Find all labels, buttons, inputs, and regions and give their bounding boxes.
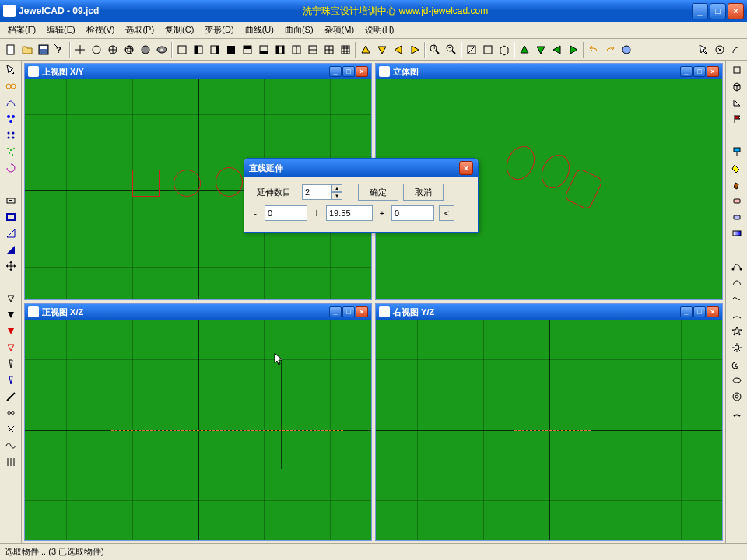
arc-tool-icon[interactable] bbox=[729, 307, 745, 323]
viewport-minimize-button[interactable]: _ bbox=[680, 306, 693, 317]
undo-icon[interactable] bbox=[586, 42, 601, 58]
drawer-tool-icon[interactable] bbox=[3, 193, 19, 208]
maximize-button[interactable]: □ bbox=[710, 3, 726, 19]
triangle-right-green-icon[interactable] bbox=[566, 42, 581, 58]
globe-icon[interactable] bbox=[121, 42, 137, 58]
viewport-maximize-button[interactable]: □ bbox=[342, 306, 355, 317]
square-empty-icon[interactable] bbox=[174, 42, 190, 58]
viewport-canvas[interactable] bbox=[376, 320, 722, 540]
plus-input[interactable] bbox=[391, 205, 434, 221]
spline-tool-icon[interactable] bbox=[729, 291, 745, 306]
triangle-tool-icon[interactable] bbox=[3, 226, 19, 241]
star-icon[interactable] bbox=[105, 42, 121, 58]
square-split-h-icon[interactable] bbox=[305, 42, 321, 58]
square-grid-icon[interactable] bbox=[321, 42, 337, 58]
triangle-left-yellow-icon[interactable] bbox=[391, 42, 406, 58]
infinity-tool-icon[interactable] bbox=[3, 405, 19, 421]
flag-tool-icon[interactable] bbox=[729, 111, 745, 127]
arrow-button[interactable]: < bbox=[439, 205, 454, 221]
view1-icon[interactable] bbox=[464, 42, 479, 58]
wedge-down-icon[interactable] bbox=[3, 291, 19, 306]
square-grid3-icon[interactable] bbox=[338, 42, 353, 58]
viewport-maximize-button[interactable]: □ bbox=[342, 66, 355, 77]
eraser-tool-icon[interactable] bbox=[729, 193, 745, 208]
cancel-button[interactable]: 取消 bbox=[403, 184, 444, 201]
paint-tool-icon[interactable] bbox=[729, 144, 745, 159]
length-input[interactable] bbox=[326, 205, 373, 221]
square-lr-icon[interactable] bbox=[272, 42, 288, 58]
render-icon[interactable] bbox=[619, 42, 634, 58]
square-split-v-icon[interactable] bbox=[289, 42, 304, 58]
triangle-down-yellow-icon[interactable] bbox=[374, 42, 390, 58]
eraser2-tool-icon[interactable] bbox=[729, 209, 745, 225]
donut-icon[interactable] bbox=[154, 42, 170, 58]
viewport-close-button[interactable]: × bbox=[356, 66, 368, 77]
extend-count-spinner[interactable]: ▲▼ bbox=[302, 184, 342, 200]
bezier-tool-icon[interactable] bbox=[729, 275, 745, 290]
swirl-tool-icon[interactable] bbox=[3, 160, 19, 176]
star-tool-icon[interactable] bbox=[729, 324, 745, 339]
menu-surface[interactable]: 曲面(S) bbox=[280, 23, 318, 37]
menu-file[interactable]: 档案(F) bbox=[3, 23, 40, 37]
close-button[interactable]: × bbox=[728, 3, 744, 19]
zoom-out-icon[interactable]: - bbox=[444, 42, 459, 58]
tool-b-icon[interactable] bbox=[728, 42, 744, 58]
dots-tool-icon[interactable] bbox=[3, 128, 19, 143]
redo-icon[interactable] bbox=[602, 42, 618, 58]
menu-view[interactable]: 检视(V) bbox=[82, 23, 120, 37]
gradient-tool-icon[interactable] bbox=[729, 226, 745, 241]
curve-edit-icon[interactable] bbox=[729, 258, 745, 274]
cube-tool-icon[interactable] bbox=[729, 79, 745, 94]
viewport-canvas[interactable] bbox=[25, 320, 371, 540]
wedge-down-fill-icon[interactable] bbox=[3, 307, 19, 323]
viewport-minimize-button[interactable]: _ bbox=[329, 66, 342, 77]
angle-tool-icon[interactable] bbox=[729, 95, 745, 110]
cursor-icon[interactable] bbox=[696, 42, 711, 58]
ok-button[interactable]: 确定 bbox=[358, 184, 398, 201]
menu-select[interactable]: 选取(P) bbox=[121, 23, 159, 37]
save-icon[interactable] bbox=[36, 42, 51, 58]
menu-misc[interactable]: 杂项(M) bbox=[320, 23, 359, 37]
viewport-close-button[interactable]: × bbox=[356, 306, 368, 317]
spiral-tool-icon[interactable] bbox=[729, 356, 745, 372]
box-tool-icon[interactable] bbox=[729, 62, 745, 78]
viewport-close-button[interactable]: × bbox=[707, 306, 719, 317]
square-bottom-icon[interactable] bbox=[256, 42, 272, 58]
brush-tool-icon[interactable] bbox=[729, 177, 745, 192]
gems-tool-icon[interactable] bbox=[3, 111, 19, 127]
dialog-close-button[interactable]: × bbox=[459, 161, 473, 175]
view2-icon[interactable] bbox=[480, 42, 496, 58]
wedge-narrow2-icon[interactable] bbox=[3, 373, 19, 388]
point-icon[interactable] bbox=[72, 42, 88, 58]
solid-circle-icon[interactable] bbox=[138, 42, 153, 58]
view3-icon[interactable] bbox=[496, 42, 512, 58]
viewport-maximize-button[interactable]: □ bbox=[693, 306, 706, 317]
open-icon[interactable] bbox=[19, 42, 35, 58]
wave-tool-icon[interactable] bbox=[3, 438, 19, 453]
menu-deform[interactable]: 变形(D) bbox=[200, 23, 238, 37]
help-icon[interactable]: ? bbox=[52, 42, 68, 58]
viewport-minimize-button[interactable]: _ bbox=[329, 306, 342, 317]
square-left-icon[interactable] bbox=[191, 42, 206, 58]
menu-help[interactable]: 说明(H) bbox=[360, 23, 398, 37]
rings-tool-icon[interactable] bbox=[3, 79, 19, 94]
move-tool-icon[interactable] bbox=[3, 258, 19, 274]
wedge-down-red-icon[interactable] bbox=[3, 324, 19, 339]
gear-tool-icon[interactable] bbox=[729, 340, 745, 355]
spin-up-icon[interactable]: ▲ bbox=[331, 184, 342, 192]
filled-triangle-tool-icon[interactable] bbox=[3, 242, 19, 257]
triangle-down-green-icon[interactable] bbox=[533, 42, 549, 58]
triangle-up-green-icon[interactable] bbox=[517, 42, 532, 58]
zoom-in-icon[interactable]: + bbox=[427, 42, 443, 58]
triangle-up-yellow-icon[interactable] bbox=[358, 42, 374, 58]
new-icon[interactable] bbox=[3, 42, 19, 58]
tool-a-icon[interactable] bbox=[712, 42, 728, 58]
bars-tool-icon[interactable] bbox=[3, 454, 19, 470]
x-tool-icon[interactable] bbox=[3, 422, 19, 437]
square-right-icon[interactable] bbox=[207, 42, 223, 58]
wedge-down-outline-icon[interactable] bbox=[3, 340, 19, 355]
curve-tool-icon[interactable] bbox=[3, 95, 19, 110]
fill-tool-icon[interactable] bbox=[729, 160, 745, 176]
ellipse-tool-icon[interactable] bbox=[729, 373, 745, 388]
minus-input[interactable] bbox=[265, 205, 307, 221]
